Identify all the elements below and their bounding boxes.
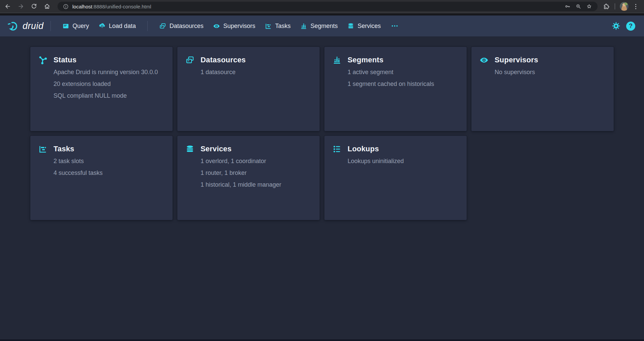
url-bar[interactable]: localhost:8888/unified-console.html <box>58 2 598 11</box>
card-line: 1 overlord, 1 coordinator <box>201 155 312 167</box>
card-datasources[interactable]: Datasources 1 datasource <box>177 47 320 131</box>
card-line: No supervisors <box>495 66 606 78</box>
gear-icon <box>612 22 620 30</box>
card-line: 1 active segment <box>348 66 459 78</box>
nav-item-label: Supervisors <box>223 23 255 30</box>
nav-overflow-button[interactable] <box>389 22 400 30</box>
card-line: 1 historical, 1 middle manager <box>201 179 312 191</box>
url-text: localhost:8888/unified-console.html <box>72 4 565 9</box>
card-services[interactable]: Services 1 overlord, 1 coordinator 1 rou… <box>177 136 320 220</box>
browser-nav-buttons <box>3 1 52 11</box>
nav-item-label: Load data <box>109 23 136 30</box>
card-line: 4 successful tasks <box>53 167 165 179</box>
status-cards-grid: Status Apache Druid is running version 3… <box>30 47 619 220</box>
card-title: Lookups <box>348 144 379 154</box>
forward-icon <box>17 3 24 10</box>
window-bottom-edge <box>0 339 644 341</box>
card-line: Apache Druid is running version 30.0.0 <box>53 66 165 78</box>
nav-item-load-data[interactable]: Load data <box>99 23 136 30</box>
nav-item-supervisors[interactable]: Supervisors <box>213 23 255 30</box>
eye-icon <box>213 23 220 30</box>
card-title: Segments <box>348 55 384 65</box>
card-lookups[interactable]: Lookups Lookups uninitialized <box>324 136 467 220</box>
home-icon <box>44 3 50 10</box>
druid-swirl-icon <box>7 21 20 31</box>
card-line: 20 extensions loaded <box>53 78 165 90</box>
navbar-divider <box>147 21 148 31</box>
site-info-icon[interactable] <box>63 4 69 9</box>
card-line: 1 datasource <box>201 66 312 78</box>
navbar-divider <box>50 21 51 31</box>
nav-item-label: Datasources <box>170 23 204 30</box>
nav-item-query[interactable]: Query <box>62 23 89 30</box>
card-title: Supervisors <box>495 55 538 65</box>
browser-window: localhost:8888/unified-console.html drui… <box>0 0 644 220</box>
browser-right-controls <box>603 2 641 11</box>
druid-logo[interactable]: druid <box>7 21 44 31</box>
druid-navbar: druid Query Load data Datasource <box>0 16 644 36</box>
druid-logo-text: druid <box>23 21 44 31</box>
card-line: 1 router, 1 broker <box>201 167 312 179</box>
reload-button[interactable] <box>29 1 39 11</box>
nav-item-services[interactable]: Services <box>347 23 381 30</box>
omnibox-actions <box>565 3 592 9</box>
back-button[interactable] <box>3 1 13 11</box>
help-icon: ? <box>629 23 633 30</box>
card-status[interactable]: Status Apache Druid is running version 3… <box>30 47 173 131</box>
settings-button[interactable] <box>612 22 620 30</box>
graph-icon <box>38 56 47 65</box>
extensions-icon[interactable] <box>603 3 610 10</box>
help-button[interactable]: ? <box>626 22 635 31</box>
more-icon <box>391 22 398 30</box>
url-path: :8888/unified-console.html <box>92 4 151 9</box>
browser-toolbar: localhost:8888/unified-console.html <box>0 0 644 13</box>
card-line: 2 task slots <box>53 155 165 167</box>
eye-icon <box>479 56 489 65</box>
multi-select-icon <box>159 23 166 30</box>
nav-item-label: Query <box>73 23 89 30</box>
key-icon[interactable] <box>565 3 571 9</box>
multi-select-icon <box>185 56 194 65</box>
home-button[interactable] <box>42 1 52 11</box>
profile-avatar[interactable] <box>620 2 629 11</box>
cloud-upload-icon <box>99 23 106 30</box>
nav-item-datasources[interactable]: Datasources <box>159 23 204 30</box>
gantt-chart-icon <box>265 23 272 30</box>
home-view: Status Apache Druid is running version 3… <box>0 36 644 220</box>
card-line: Lookups uninitialized <box>348 155 459 167</box>
zoom-in-icon[interactable] <box>575 3 581 9</box>
database-icon <box>347 23 354 30</box>
bar-chart-icon <box>300 23 307 30</box>
card-tasks[interactable]: Tasks 2 task slots 4 successful tasks <box>30 136 173 220</box>
forward-button[interactable] <box>16 1 26 11</box>
card-title: Tasks <box>53 144 74 154</box>
window-gap <box>0 13 644 16</box>
navbar-right: ? <box>612 22 635 31</box>
bar-chart-icon <box>332 56 342 65</box>
star-icon[interactable] <box>586 3 592 9</box>
nav-item-label: Tasks <box>275 23 291 30</box>
card-title: Services <box>201 144 231 154</box>
card-line: 1 segment cached on historicals <box>348 78 459 90</box>
toolbar-separator <box>615 3 615 9</box>
url-host: localhost <box>72 4 92 9</box>
database-icon <box>185 145 194 154</box>
card-line: SQL compliant NULL mode <box>53 90 165 102</box>
reload-icon <box>31 3 37 10</box>
card-supervisors[interactable]: Supervisors No supervisors <box>471 47 614 131</box>
card-title: Status <box>53 55 76 65</box>
gantt-chart-icon <box>38 145 47 154</box>
nav-item-segments[interactable]: Segments <box>300 23 338 30</box>
kebab-menu-icon[interactable] <box>632 3 639 10</box>
card-title: Datasources <box>201 55 246 65</box>
application-icon <box>62 23 69 30</box>
nav-item-label: Segments <box>311 23 338 30</box>
nav-item-tasks[interactable]: Tasks <box>265 23 291 30</box>
nav-item-label: Services <box>358 23 381 30</box>
card-segments[interactable]: Segments 1 active segment 1 segment cach… <box>324 47 467 131</box>
properties-icon <box>332 145 342 154</box>
back-icon <box>4 3 11 10</box>
